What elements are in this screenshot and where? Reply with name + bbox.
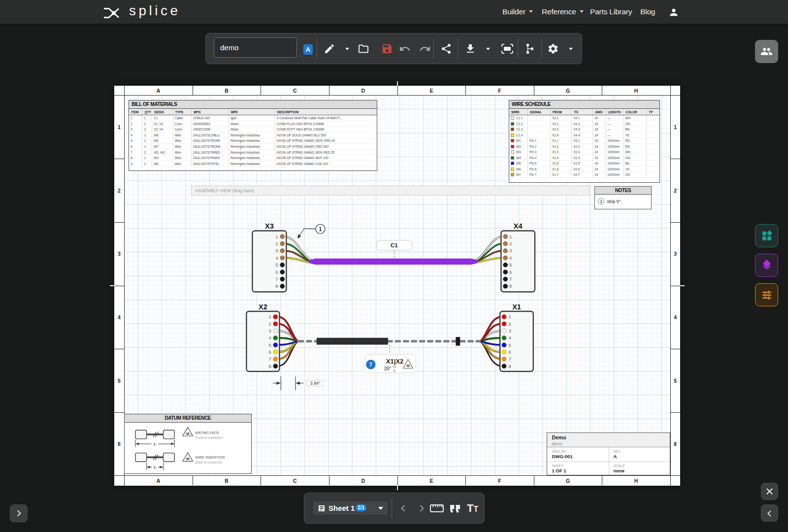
svg-text:X1: X1 [512, 302, 521, 310]
svg-text:1: 1 [508, 314, 511, 319]
svg-text:1: 1 [268, 314, 271, 319]
svg-text:4: 4 [509, 255, 512, 260]
svg-text:1: 1 [509, 233, 512, 239]
svg-text:C1: C1 [391, 242, 398, 248]
svg-text:8: 8 [275, 283, 278, 289]
svg-text:8: 8 [509, 283, 512, 289]
svg-text:-1: -1 [393, 369, 395, 372]
svg-text:X2: X2 [259, 302, 267, 310]
svg-text:3: 3 [509, 248, 512, 253]
svg-text:X3: X3 [265, 222, 274, 230]
svg-text:7: 7 [275, 276, 278, 281]
svg-text:2: 2 [509, 240, 512, 246]
svg-text:1: 1 [319, 226, 322, 232]
svg-text:2: 2 [268, 321, 271, 326]
svg-text:4: 4 [275, 255, 278, 260]
svg-text:2: 2 [275, 240, 278, 246]
svg-text:X1|X2: X1|X2 [386, 357, 403, 365]
svg-text:M: M [406, 364, 409, 368]
svg-text:1: 1 [275, 233, 278, 239]
svg-text:4: 4 [508, 335, 511, 340]
svg-text:7: 7 [509, 276, 512, 281]
svg-text:7: 7 [268, 356, 271, 362]
svg-text:+1: +1 [392, 365, 396, 368]
svg-text:3: 3 [275, 248, 278, 253]
svg-text:8: 8 [508, 363, 511, 368]
svg-text:X4: X4 [513, 222, 522, 230]
svg-text:3: 3 [508, 328, 511, 333]
svg-text:3: 3 [268, 328, 271, 333]
svg-text:7: 7 [369, 361, 372, 367]
svg-text:39": 39" [384, 366, 391, 371]
svg-text:5: 5 [508, 342, 511, 347]
svg-text:8: 8 [268, 363, 271, 368]
svg-text:5: 5 [268, 342, 271, 347]
svg-text:7: 7 [508, 356, 511, 362]
svg-text:3.94": 3.94" [310, 381, 320, 386]
svg-text:5: 5 [509, 262, 512, 267]
svg-text:4: 4 [268, 335, 271, 340]
svg-text:2: 2 [508, 321, 511, 326]
svg-text:6: 6 [509, 269, 512, 274]
svg-text:6: 6 [275, 269, 278, 274]
svg-text:5: 5 [275, 262, 278, 267]
svg-text:6: 6 [508, 349, 511, 354]
svg-text:6: 6 [268, 349, 271, 354]
